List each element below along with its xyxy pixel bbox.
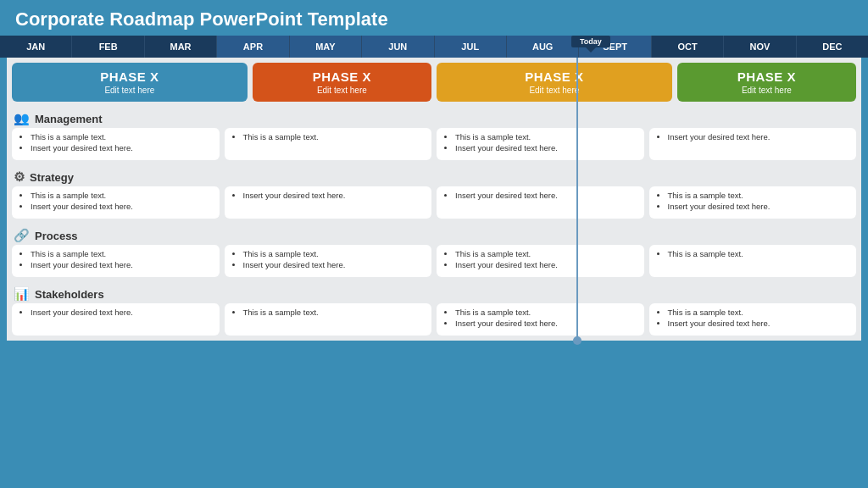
month-may: MAY xyxy=(290,36,362,58)
process-data-row: This is a sample text.Insert your desire… xyxy=(12,245,856,277)
strategy-label: Strategy xyxy=(30,171,74,184)
process-header: 🔗 Process xyxy=(12,225,856,245)
stakeholders-cell-3: This is a sample text.Insert your desire… xyxy=(437,303,644,336)
main-title: Corporate Roadmap PowerPoint Template xyxy=(0,0,868,36)
month-feb: FEB xyxy=(72,36,144,58)
strategy-section: ⚙ Strategy This is a sample text.Insert … xyxy=(7,165,861,224)
management-cell-1: This is a sample text.Insert your desire… xyxy=(12,128,220,160)
today-line xyxy=(576,58,578,341)
management-icon: 👥 xyxy=(14,111,30,126)
management-cell-2: This is a sample text. xyxy=(225,128,432,160)
stakeholders-header: 📊 Stakeholders xyxy=(12,284,856,303)
strategy-cell-3: Insert your desired text here. xyxy=(437,186,644,219)
phase-1: PHASE X Edit text here xyxy=(12,63,248,102)
phase-4: PHASE X Edit text here xyxy=(677,63,856,102)
process-cell-1: This is a sample text.Insert your desire… xyxy=(12,245,220,277)
month-nov: NOV xyxy=(724,36,796,58)
timeline-header: JAN FEB MAR APR MAY JUN JUL AUG SEPT OCT… xyxy=(0,36,868,58)
strategy-cell-2: Insert your desired text here. xyxy=(225,186,432,219)
management-cell-4: Insert your desired text here. xyxy=(649,128,857,160)
month-apr: APR xyxy=(217,36,289,58)
stakeholders-section: 📊 Stakeholders Insert your desired text … xyxy=(7,282,861,341)
stakeholders-cell-4: This is a sample text.Insert your desire… xyxy=(649,303,857,336)
management-header: 👥 Management xyxy=(12,108,856,128)
today-flag: Today xyxy=(571,36,610,47)
stakeholders-cell-1: Insert your desired text here. xyxy=(12,303,220,336)
month-mar: MAR xyxy=(145,36,217,58)
process-cell-2: This is a sample text.Insert your desire… xyxy=(225,245,432,277)
month-jan: JAN xyxy=(0,36,72,58)
month-oct: OCT xyxy=(652,36,724,58)
management-data-row: This is a sample text.Insert your desire… xyxy=(12,128,856,160)
stakeholders-icon: 📊 xyxy=(14,286,30,302)
management-cell-3: This is a sample text.Insert your desire… xyxy=(437,128,644,160)
strategy-cell-4: This is a sample text.Insert your desire… xyxy=(649,186,857,219)
process-cell-4: This is a sample text. xyxy=(649,245,857,277)
management-section: 👥 Management This is a sample text.Inser… xyxy=(7,107,861,165)
phase-row: PHASE X Edit text here PHASE X Edit text… xyxy=(7,58,861,107)
phase-2: PHASE X Edit text here xyxy=(253,63,431,102)
process-label: Process xyxy=(35,230,78,242)
strategy-cell-1: This is a sample text.Insert your desire… xyxy=(12,186,220,219)
stakeholders-label: Stakeholders xyxy=(35,288,104,301)
process-icon: 🔗 xyxy=(14,228,30,243)
strategy-data-row: This is a sample text.Insert your desire… xyxy=(12,186,856,219)
stakeholders-data-row: Insert your desired text here. This is a… xyxy=(12,303,856,336)
content-area: PHASE X Edit text here PHASE X Edit text… xyxy=(7,58,861,341)
stakeholders-cell-2: This is a sample text. xyxy=(225,303,432,336)
month-jun: JUN xyxy=(362,36,434,58)
strategy-icon: ⚙ xyxy=(14,169,25,185)
process-cell-3: This is a sample text.Insert your desire… xyxy=(437,245,644,277)
process-section: 🔗 Process This is a sample text.Insert y… xyxy=(7,224,861,282)
month-aug: AUG xyxy=(507,36,579,58)
phase-3: PHASE X Edit text here xyxy=(437,63,672,102)
month-dec: DEC xyxy=(797,36,868,58)
month-jul: JUL xyxy=(435,36,507,58)
strategy-header: ⚙ Strategy xyxy=(12,167,856,186)
management-label: Management xyxy=(35,113,102,125)
